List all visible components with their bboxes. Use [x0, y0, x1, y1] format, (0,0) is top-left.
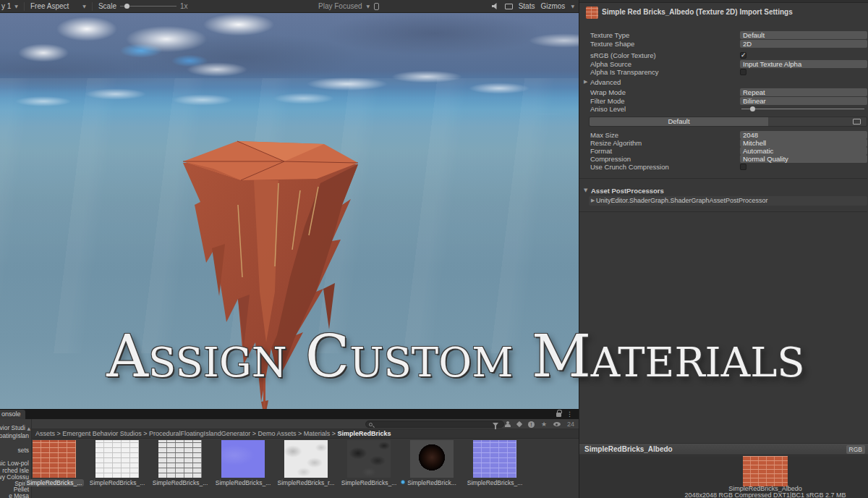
texture-asset-icon: [586, 7, 598, 19]
preview-title: SimpleRedBricks_Albedo: [584, 445, 673, 453]
alpha-source-row: Alpha Source Input Texture Alpha: [579, 60, 867, 68]
gizmos-button[interactable]: Gizmos: [540, 2, 565, 10]
asset-normal-map[interactable]: SimpleRedBricks_...: [473, 440, 516, 498]
resize-algorithm-dropdown[interactable]: Mitchell: [740, 139, 867, 147]
max-size-dropdown[interactable]: 2048: [740, 131, 867, 139]
asset-thumbnail[interactable]: [158, 440, 202, 478]
asset-albedo[interactable]: SimpleRedBricks_...: [33, 440, 76, 498]
project-tabbar: onsole ⋮: [0, 410, 579, 419]
asset-grid: SimpleRedBricks_... SimpleRedBricks_... …: [32, 439, 579, 498]
aspect-dropdown[interactable]: Free Aspect: [30, 2, 69, 10]
aniso-slider-handle[interactable]: [750, 106, 755, 111]
breadcrumb: Assets > Emergent Behavior Studios > Pro…: [32, 429, 579, 439]
texture-type-row: Texture Type Default: [579, 31, 867, 39]
asset-material[interactable]: SimpleRedBrick...: [410, 440, 454, 498]
tab-console[interactable]: onsole: [0, 410, 25, 419]
stats-button[interactable]: Stats: [519, 2, 535, 10]
tree-item[interactable]: sic Low-pol: [0, 460, 29, 467]
filter-mode-row: Filter Mode Bilinear: [579, 97, 867, 105]
tree-item[interactable]: sets: [17, 447, 29, 454]
wrap-mode-dropdown[interactable]: Repeat: [740, 88, 867, 96]
inspector-header: Simple Red Bricks_Albedo (Texture 2D) Im…: [579, 3, 868, 28]
label-icon[interactable]: [516, 421, 522, 427]
chevron-down-icon: ▼: [367, 4, 370, 9]
breadcrumb-current[interactable]: SimpleRedBricks: [337, 430, 391, 437]
divider: [92, 2, 93, 11]
tree-item[interactable]: e Mesa: [9, 492, 29, 498]
collab-icon[interactable]: [505, 421, 511, 428]
asset-white-bricks[interactable]: SimpleRedBricks_...: [95, 440, 139, 498]
crunch-row: Use Crunch Compression: [579, 163, 867, 171]
alpha-source-label: Alpha Source: [590, 60, 631, 68]
platform-tab-standalone-icon[interactable]: [853, 119, 861, 124]
vsync-display-icon[interactable]: [505, 4, 513, 9]
asset-thumbnail[interactable]: [284, 440, 328, 478]
asset-thumbnail[interactable]: [33, 440, 76, 478]
asset-flat-map[interactable]: SimpleRedBricks_...: [221, 440, 265, 498]
srgb-checkbox[interactable]: [740, 52, 746, 59]
aniso-slider[interactable]: [741, 109, 864, 109]
foldout-arrow-icon: ▶: [584, 78, 587, 86]
play-focused-dropdown[interactable]: Play Focused: [318, 2, 362, 10]
texture-shape-label: Texture Shape: [590, 40, 634, 48]
tree-item[interactable]: loatingIslan: [0, 432, 29, 439]
alpha-source-dropdown[interactable]: Input Texture Alpha: [740, 60, 867, 68]
advanced-foldout[interactable]: ▶ Advanced: [579, 78, 867, 86]
alpha-transparency-checkbox[interactable]: [740, 69, 746, 75]
postprocessor-item-label: UnityEditor.ShaderGraph.ShaderGraphAsset…: [596, 197, 768, 204]
search-by-type-icon[interactable]: [493, 423, 498, 426]
scale-value: 1x: [180, 2, 188, 10]
asset-roughness-map[interactable]: SimpleRedBricks_r...: [284, 440, 328, 498]
texture-shape-dropdown[interactable]: 2D: [740, 40, 867, 48]
format-dropdown[interactable]: Automatic: [740, 147, 867, 155]
asset-thumbnail[interactable]: [473, 440, 516, 478]
search-input[interactable]: [365, 421, 504, 428]
foldout-open-icon: ▼: [584, 187, 587, 195]
postprocessors-title: Asset PostProcessors: [591, 187, 664, 195]
asset-thumbnail[interactable]: [95, 440, 139, 478]
device-icon[interactable]: [374, 3, 379, 10]
preview-channel-button[interactable]: RGB: [846, 445, 865, 454]
texture-preview-image: [743, 456, 788, 486]
game-view-toolbar: y 1 ▼ Free Aspect ▼ Scale 1x Play Focuse…: [0, 0, 579, 13]
chevron-down-icon: ▼: [571, 4, 574, 9]
tree-item[interactable]: avior Studi: [0, 424, 25, 431]
preview-header[interactable]: SimpleRedBricks_Albedo RGB: [579, 443, 868, 455]
asset-label: SimpleRedBricks_r...: [278, 479, 335, 486]
asset-thumbnail[interactable]: [410, 440, 454, 478]
scale-slider-handle[interactable]: [124, 4, 129, 9]
crunch-checkbox[interactable]: [740, 164, 746, 170]
platform-tab-default[interactable]: Default: [590, 117, 768, 126]
asset-gray-bricks[interactable]: SimpleRedBricks_...: [158, 440, 202, 498]
hidden-count-eye-icon[interactable]: [553, 422, 561, 426]
inspector-title: Simple Red Bricks_Albedo (Texture 2D) Im…: [602, 8, 793, 16]
lock-icon[interactable]: [556, 413, 561, 417]
wrap-mode-row: Wrap Mode Repeat: [579, 88, 867, 96]
asset-label: SimpleRedBrick...: [407, 479, 456, 486]
filter-mode-dropdown[interactable]: Bilinear: [740, 97, 867, 105]
scroll-up-icon[interactable]: ▲: [27, 426, 30, 431]
info-icon[interactable]: !: [528, 421, 535, 428]
asset-label: SimpleRedBricks_...: [341, 479, 397, 486]
asset-dark-map[interactable]: SimpleRedBricks_...: [347, 440, 391, 498]
aniso-level-label: Aniso Level: [590, 105, 626, 113]
srgb-row: sRGB (Color Texture): [579, 51, 867, 59]
favorites-star-icon[interactable]: ★: [541, 421, 547, 428]
postprocessor-item[interactable]: ▶ UnityEditor.ShaderGraph.ShaderGraphAss…: [589, 196, 867, 206]
postprocessors-foldout[interactable]: ▼ Asset PostProcessors: [579, 187, 867, 195]
asset-label: SimpleRedBricks_...: [216, 479, 271, 486]
compression-row: Compression Normal Quality: [579, 155, 867, 163]
scale-slider[interactable]: [120, 6, 176, 7]
texture-type-dropdown[interactable]: Default: [740, 31, 867, 39]
thumbnail-title-overlay: Assign Custom Materials: [43, 319, 868, 394]
compression-dropdown[interactable]: Normal Quality: [740, 155, 867, 163]
mute-audio-icon[interactable]: [492, 3, 499, 9]
kebab-menu-icon[interactable]: ⋮: [566, 410, 573, 419]
advanced-label: Advanced: [590, 78, 621, 86]
alpha-transparency-row: Alpha Is Transparency: [579, 68, 867, 76]
display-dropdown[interactable]: y 1: [1, 2, 11, 10]
project-toolbar: ! ★ 24: [0, 419, 579, 429]
asset-thumbnail[interactable]: [347, 440, 391, 478]
asset-thumbnail[interactable]: [221, 440, 265, 478]
breadcrumb-path[interactable]: Assets > Emergent Behavior Studios > Pro…: [35, 430, 337, 437]
